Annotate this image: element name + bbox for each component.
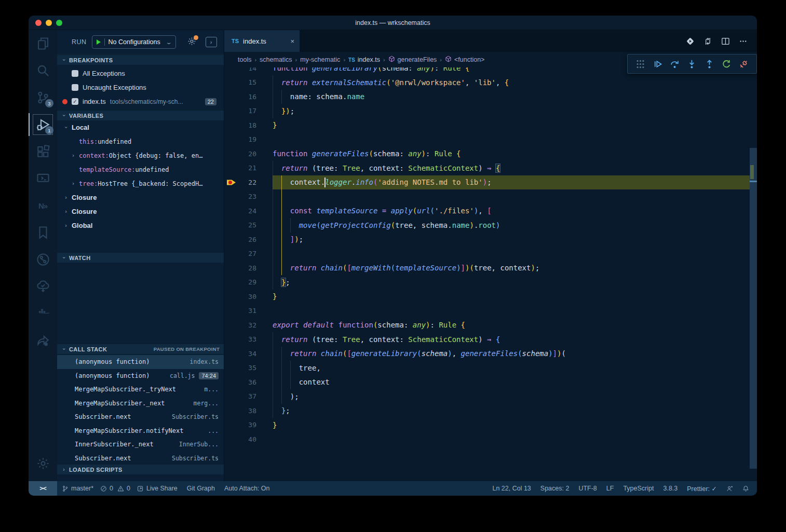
step-into-button[interactable] xyxy=(685,57,699,71)
callstack-frame[interactable]: (anonymous function)index.ts xyxy=(57,355,224,369)
code-line[interactable]: 16name: schema.name xyxy=(224,90,757,104)
status-item-live-share[interactable]: Live Share xyxy=(132,481,182,496)
editor-scrollbar[interactable] xyxy=(750,52,757,481)
status-item-cursor-position[interactable]: Ln 22, Col 13 xyxy=(487,481,535,496)
code-line[interactable]: 31 xyxy=(224,304,757,318)
variable-item[interactable]: ›tree: HostTree {_backend: ScopedH… xyxy=(57,176,224,190)
run-and-debug-icon[interactable]: 1 xyxy=(29,111,57,138)
code-line[interactable]: 27 xyxy=(224,247,757,261)
code-line[interactable]: 38}; xyxy=(224,404,757,418)
start-debug-icon[interactable] xyxy=(97,39,101,45)
watch-section-header[interactable]: ›WATCH xyxy=(57,252,224,263)
docker-icon[interactable] xyxy=(29,300,57,327)
code-line[interactable]: 21return (tree: Tree, context: Schematic… xyxy=(224,161,757,175)
toolbar-drag-handle[interactable] xyxy=(633,57,647,71)
code-line[interactable]: 33return (tree: Tree, context: Schematic… xyxy=(224,332,757,347)
code-line[interactable]: 34return chain([generateLibrary(schema),… xyxy=(224,347,757,361)
code-line[interactable]: 26]); xyxy=(224,233,757,247)
code-line[interactable]: 39} xyxy=(224,418,757,432)
variable-scope[interactable]: ›Closure xyxy=(57,190,224,204)
live-share-activity-icon[interactable] xyxy=(29,327,57,354)
more-actions-icon[interactable] xyxy=(737,35,749,47)
breakpoint-item[interactable]: All Exceptions xyxy=(57,66,224,80)
remote-explorer-icon[interactable] xyxy=(29,165,57,192)
status-item-auto-attach[interactable]: Auto Attach: On xyxy=(220,481,275,496)
code-line[interactable]: 36context xyxy=(224,375,757,390)
callstack-frame[interactable]: MergeMapSubscriber._tryNextm... xyxy=(57,383,224,397)
breakpoint-item[interactable]: Uncaught Exceptions xyxy=(57,80,224,94)
callstack-frame[interactable]: Subscriber.nextSubscriber.ts xyxy=(57,452,224,465)
explorer-icon[interactable] xyxy=(29,30,57,57)
breakpoint-item[interactable]: ✓index.tstools/schematics/my-sch...22 xyxy=(57,94,224,108)
status-item-notifications[interactable] xyxy=(738,481,754,496)
disconnect-button[interactable] xyxy=(737,57,751,71)
code-line[interactable]: 40 xyxy=(224,432,757,447)
variable-scope[interactable]: ›Closure xyxy=(57,204,224,219)
status-item-language-mode[interactable]: TypeScript xyxy=(618,481,658,496)
call-stack-section-header[interactable]: ›CALL STACK PAUSED ON BREAKPOINT xyxy=(57,344,224,354)
code-line[interactable]: 30} xyxy=(224,290,757,304)
status-item-ts-version[interactable]: 3.8.3 xyxy=(658,481,682,496)
breadcrumb-item[interactable]: my-schematic xyxy=(300,56,340,63)
compare-changes-icon[interactable] xyxy=(702,35,713,47)
status-item-git-graph[interactable]: Git Graph xyxy=(182,481,220,496)
debug-console-button[interactable]: › xyxy=(206,37,217,47)
code-area[interactable]: 14function generateLibrary(schema: any):… xyxy=(224,61,757,447)
breakpoint-checkbox[interactable] xyxy=(72,84,78,91)
code-line[interactable]: 28return chain([mergeWith(templateSource… xyxy=(224,261,757,276)
callstack-frame[interactable]: Subscriber.nextSubscriber.ts xyxy=(57,410,224,424)
variables-section-header[interactable]: ›VARIABLES xyxy=(57,110,224,120)
code-line[interactable]: 20function generateFiles(schema: any): R… xyxy=(224,147,757,161)
search-icon[interactable] xyxy=(29,57,57,84)
continue-button[interactable] xyxy=(650,57,665,71)
status-item-git-branch[interactable]: master* xyxy=(57,481,98,496)
todo-tree-icon[interactable] xyxy=(29,273,57,300)
code-line[interactable]: 32export default function(schema: any): … xyxy=(224,318,757,333)
code-line[interactable]: 15return externalSchematic('@nrwl/worksp… xyxy=(224,75,757,90)
extensions-icon[interactable] xyxy=(29,138,57,165)
bookmarks-icon[interactable] xyxy=(29,219,57,246)
breakpoint-checkbox[interactable]: ✓ xyxy=(72,98,78,105)
gitlens-action-icon[interactable] xyxy=(684,35,696,47)
variable-scope[interactable]: ›Local xyxy=(57,120,224,134)
breadcrumb-item[interactable]: tools xyxy=(238,56,251,63)
restart-button[interactable] xyxy=(720,57,734,71)
status-item-feedback[interactable] xyxy=(722,481,738,496)
launch-configuration-dropdown[interactable]: No Configurations ⌄ xyxy=(92,35,176,49)
variable-item[interactable]: ›context: Object {debug: false, en… xyxy=(57,148,224,162)
configure-launch-gear-icon[interactable] xyxy=(187,37,196,47)
callstack-frame[interactable]: MergeMapSubscriber.notifyNext... xyxy=(57,424,224,438)
status-item-remote-indicator[interactable]: >< xyxy=(29,481,57,496)
source-control-icon[interactable]: 3 xyxy=(29,84,57,111)
code-line[interactable]: 17}); xyxy=(224,104,757,118)
scrollbar-thumb[interactable] xyxy=(750,148,757,469)
status-item-warnings[interactable]: 0 xyxy=(115,481,132,496)
code-line[interactable]: 23 xyxy=(224,189,757,204)
maximize-window-button[interactable] xyxy=(56,20,62,26)
nx-console-icon[interactable]: N» xyxy=(29,192,57,219)
split-editor-icon[interactable] xyxy=(720,35,731,47)
code-line[interactable]: 24const templateSource = apply(url('./fi… xyxy=(224,204,757,219)
code-line[interactable]: 25move(getProjectConfig(tree, schema.nam… xyxy=(224,218,757,233)
breadcrumb-item[interactable]: schematics xyxy=(260,56,292,63)
breadcrumb-item[interactable]: TSindex.ts xyxy=(348,56,380,63)
callstack-frame[interactable]: (anonymous function)call.js74:24 xyxy=(57,369,224,383)
breadcrumb-item[interactable]: generateFiles xyxy=(388,56,437,64)
breadcrumb-item[interactable]: <function> xyxy=(445,56,484,64)
close-tab-icon[interactable]: × xyxy=(290,37,294,45)
code-line[interactable]: 35tree, xyxy=(224,361,757,375)
manage-gear-icon[interactable] xyxy=(29,450,57,477)
variable-scope[interactable]: ›Global xyxy=(57,219,224,233)
loaded-scripts-section-header[interactable]: ›LOADED SCRIPTS xyxy=(57,464,224,474)
breakpoint-checkbox[interactable] xyxy=(72,70,78,77)
step-over-button[interactable] xyxy=(668,57,682,71)
status-item-errors[interactable]: 0 xyxy=(98,481,115,496)
callstack-frame[interactable]: MergeMapSubscriber._nextmerg... xyxy=(57,397,224,411)
breakpoints-section-header[interactable]: ›BREAKPOINTS xyxy=(57,54,224,65)
status-item-formatter[interactable]: Prettier: ✓ xyxy=(682,481,722,496)
tab-index-ts[interactable]: TS index.ts × xyxy=(224,30,300,52)
code-line[interactable]: 19 xyxy=(224,132,757,147)
close-window-button[interactable] xyxy=(35,20,42,26)
status-item-eol[interactable]: LF xyxy=(602,481,619,496)
code-line[interactable]: 18} xyxy=(224,118,757,133)
